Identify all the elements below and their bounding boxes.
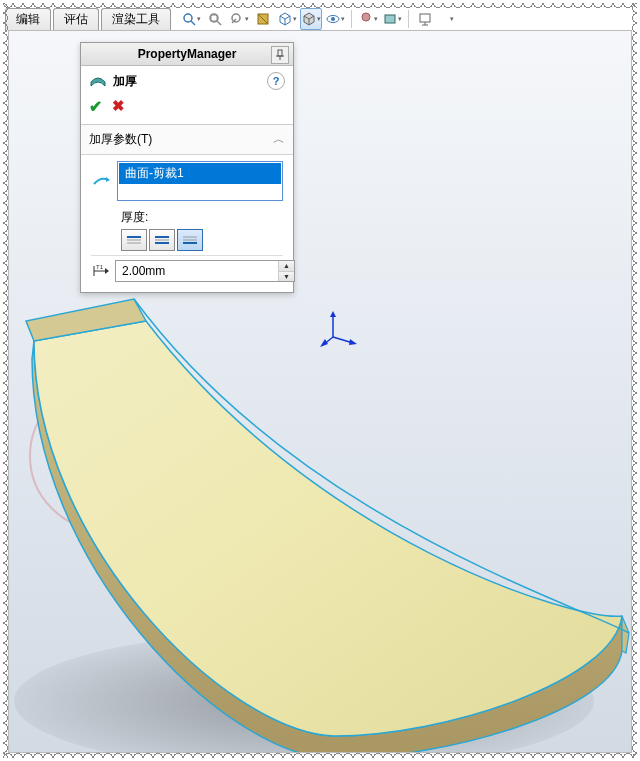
ok-button[interactable]: ✔	[89, 97, 102, 116]
thickness-value-input[interactable]: ▲ ▼	[115, 260, 295, 282]
svg-text:T1: T1	[96, 264, 104, 270]
thicken-feature-icon	[89, 72, 107, 91]
svg-rect-10	[385, 15, 395, 23]
view-orientation-icon[interactable]	[276, 8, 298, 30]
thickness-dimension-icon: T1	[91, 264, 109, 278]
selected-surface-item[interactable]: 曲面-剪裁1	[119, 163, 281, 184]
pin-button[interactable]	[271, 46, 289, 64]
svg-rect-21	[278, 50, 282, 56]
thickness-side-buttons	[121, 229, 283, 251]
collapse-icon[interactable]: ︿	[273, 131, 285, 148]
svg-marker-36	[105, 268, 109, 274]
panel-actions: ✔ ✖	[81, 93, 293, 124]
menu-evaluate[interactable]: 评估	[53, 8, 99, 31]
surface-selection-list[interactable]: 曲面-剪裁1	[117, 161, 283, 201]
help-button[interactable]: ?	[267, 72, 285, 90]
thickness-increase-button[interactable]: ▲	[279, 261, 294, 272]
svg-point-9	[362, 13, 370, 21]
feature-name: 加厚	[113, 73, 137, 90]
zoom-area-icon[interactable]	[204, 8, 226, 30]
feature-header: 加厚 ?	[81, 66, 293, 93]
thickness-label: 厚度:	[121, 209, 283, 226]
previous-view-icon[interactable]	[228, 8, 250, 30]
hide-show-icon[interactable]	[324, 8, 346, 30]
svg-line-1	[191, 21, 195, 25]
svg-marker-24	[106, 177, 110, 182]
thickness-field[interactable]	[116, 261, 278, 281]
svg-point-0	[184, 14, 192, 22]
property-manager-panel: PropertyManager 加厚 ? ✔ ✖ 加厚参数(T) ︿ 曲面-剪裁…	[80, 42, 294, 293]
apply-scene-icon[interactable]	[381, 8, 403, 30]
edit-appearance-icon[interactable]	[357, 8, 379, 30]
svg-point-8	[331, 17, 335, 21]
section-title: 加厚参数(T)	[89, 131, 152, 148]
section-view-icon[interactable]	[252, 8, 274, 30]
arrow-down-icon[interactable]	[440, 8, 462, 30]
view-toolbar	[180, 8, 462, 30]
thicken-params-header[interactable]: 加厚参数(T) ︿	[81, 125, 293, 155]
svg-rect-11	[420, 14, 430, 22]
svg-rect-4	[211, 15, 217, 21]
thicken-both-button[interactable]	[149, 229, 175, 251]
thicken-params-body: 曲面-剪裁1 厚度: T1 ▲ ▼	[81, 161, 293, 292]
svg-line-3	[217, 21, 221, 25]
menu-render-tools[interactable]: 渲染工具	[101, 8, 171, 31]
display-style-icon[interactable]	[300, 8, 322, 30]
menu-edit[interactable]: 编辑	[5, 8, 51, 31]
thicken-side1-button[interactable]	[121, 229, 147, 251]
menu-bar: 编辑 评估 渲染工具	[5, 8, 173, 31]
panel-title-bar: PropertyManager	[81, 43, 293, 66]
thickness-decrease-button[interactable]: ▼	[279, 272, 294, 282]
view-settings-icon[interactable]	[414, 8, 436, 30]
panel-title: PropertyManager	[138, 47, 237, 61]
zoom-fit-icon[interactable]	[180, 8, 202, 30]
thicken-surface-model	[14, 281, 632, 753]
thicken-side2-button[interactable]	[177, 229, 203, 251]
cancel-button[interactable]: ✖	[112, 97, 125, 116]
surface-selection-icon	[91, 174, 111, 188]
